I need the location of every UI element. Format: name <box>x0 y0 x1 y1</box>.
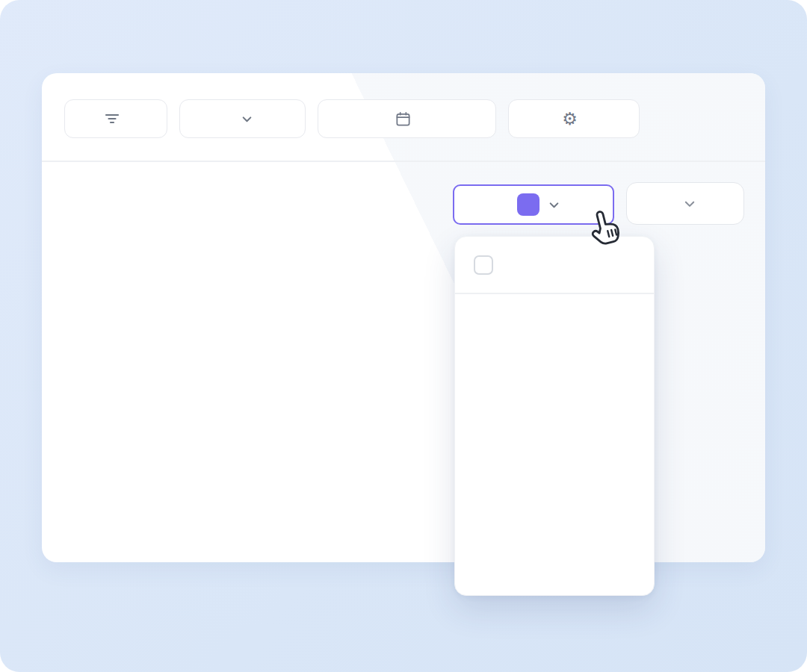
filter-icon <box>104 111 120 127</box>
group-by-count-badge <box>517 193 539 216</box>
chevron-down-icon <box>684 198 696 210</box>
ungrouped-checkbox[interactable] <box>474 255 493 275</box>
interval-dropdown-button[interactable] <box>626 182 744 225</box>
date-range-button[interactable] <box>318 99 496 138</box>
toolbar: ⚙ <box>64 99 640 138</box>
chevron-down-icon <box>548 199 560 211</box>
filter-button[interactable] <box>64 99 167 138</box>
group-by-button[interactable] <box>453 184 614 225</box>
settings-button[interactable]: ⚙ <box>508 99 640 138</box>
toolbar-divider <box>42 161 765 162</box>
gear-icon: ⚙ <box>562 111 578 128</box>
custom-dropdown-button[interactable] <box>179 99 306 138</box>
screen: ⚙ <box>0 0 807 672</box>
dropdown-divider <box>455 293 654 294</box>
calendar-icon <box>395 111 412 128</box>
group-by-dropdown-panel <box>454 236 655 596</box>
dropdown-option-ungrouped[interactable] <box>455 253 654 277</box>
chevron-down-icon <box>241 113 253 125</box>
